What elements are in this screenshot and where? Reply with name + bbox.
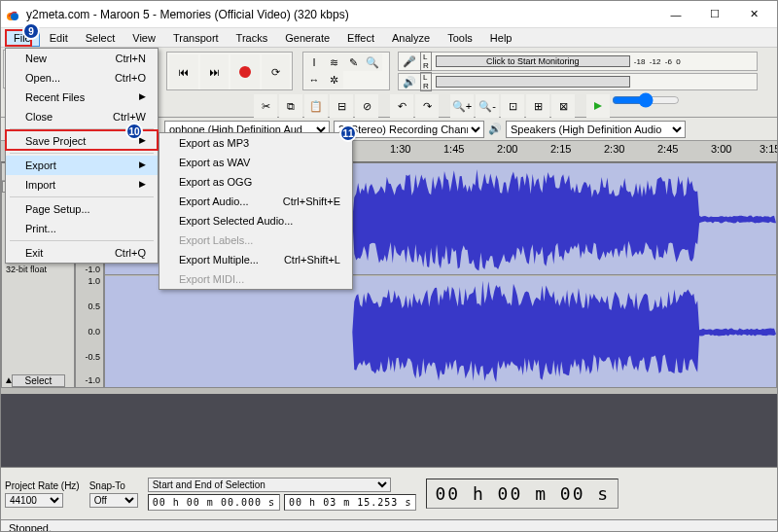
- speaker-icon: 🔊: [403, 76, 416, 89]
- play-at-speed-icon[interactable]: [586, 94, 610, 118]
- track-format: 32-bit float: [2, 263, 74, 276]
- copy-icon[interactable]: ⧉: [279, 94, 302, 118]
- redo-icon[interactable]: ↷: [415, 94, 439, 118]
- svg-point-6: [239, 66, 251, 78]
- skip-start-button[interactable]: ⏮: [169, 54, 198, 89]
- minimize-button[interactable]: —: [656, 2, 695, 27]
- file-menu-item[interactable]: Export▶: [6, 156, 158, 175]
- project-rate-select[interactable]: 44100: [5, 493, 63, 508]
- project-rate-label: Project Rate (Hz): [5, 480, 80, 491]
- selection-end-time[interactable]: 00 h 03 m 15.253 s: [284, 494, 416, 511]
- zoom-toggle-icon[interactable]: ⊠: [551, 94, 575, 118]
- export-submenu-item: Export MIDI...: [159, 269, 352, 289]
- menu-edit[interactable]: Edit: [42, 30, 76, 46]
- playback-device-select[interactable]: Speakers (High Definition Audio: [506, 121, 686, 138]
- export-submenu-item[interactable]: Export Selected Audio...: [159, 211, 352, 231]
- file-menu-item[interactable]: Import▶: [6, 175, 158, 195]
- recording-meter[interactable]: Click to Start Monitoring: [436, 55, 630, 67]
- selection-toolbar: Project Rate (Hz) 44100 Snap-To Off Star…: [1, 467, 777, 519]
- selection-start-time[interactable]: 00 h 00 m 00.000 s: [148, 494, 280, 511]
- menu-select[interactable]: Select: [78, 30, 124, 46]
- export-submenu-item[interactable]: Export as OGG: [159, 172, 352, 192]
- menu-tracks[interactable]: Tracks: [229, 30, 276, 46]
- draw-tool-icon[interactable]: ✎: [343, 53, 363, 71]
- undo-icon[interactable]: ↶: [390, 94, 413, 118]
- envelope-tool-icon[interactable]: ≋: [324, 53, 343, 71]
- callout-marker-11: 11: [339, 124, 357, 142]
- export-submenu-item[interactable]: Export Multiple...Ctrl+Shift+L: [159, 250, 352, 269]
- file-menu-item[interactable]: Recent Files▶: [6, 88, 158, 107]
- file-menu-item[interactable]: NewCtrl+N: [6, 49, 158, 68]
- speaker-device-icon: 🔊: [488, 123, 502, 135]
- meter-ticks: -18 -12 -6 0: [634, 57, 681, 66]
- status-bar: Stopped.: [1, 519, 777, 532]
- trim-icon[interactable]: ⊟: [330, 94, 353, 118]
- file-menu-item[interactable]: Open...Ctrl+O: [6, 68, 158, 88]
- menu-effect[interactable]: Effect: [339, 30, 382, 46]
- svg-marker-7: [594, 102, 602, 110]
- export-submenu: Export as MP3Export as WAVExport as OGGE…: [159, 132, 353, 290]
- menu-transport[interactable]: Transport: [165, 30, 227, 46]
- file-menu-dropdown: NewCtrl+NOpen...Ctrl+ORecent Files▶Close…: [5, 48, 159, 264]
- callout-marker-9: 9: [22, 22, 40, 40]
- export-submenu-item: Export Labels...: [159, 231, 352, 250]
- export-submenu-item[interactable]: Export as MP3: [159, 133, 352, 153]
- zoom-in-icon[interactable]: 🔍+: [450, 94, 474, 118]
- loop-button[interactable]: ⟳: [262, 54, 291, 89]
- file-menu-item[interactable]: ExitCtrl+Q: [6, 243, 158, 263]
- file-menu-item[interactable]: Page Setup...: [6, 199, 158, 219]
- waveform-right: [105, 276, 776, 388]
- skip-end-button[interactable]: ⏭: [200, 54, 230, 89]
- record-button[interactable]: [230, 54, 260, 89]
- fit-selection-icon[interactable]: ⊡: [501, 94, 524, 118]
- zoom-tool-icon[interactable]: 🔍: [363, 53, 382, 71]
- app-icon: [5, 7, 20, 22]
- cut-icon[interactable]: ✂: [254, 94, 277, 118]
- paste-icon[interactable]: 📋: [304, 94, 328, 118]
- maximize-button[interactable]: ☐: [695, 2, 734, 27]
- mic-icon: 🎤: [403, 55, 416, 68]
- menu-generate[interactable]: Generate: [277, 30, 337, 46]
- file-menu-item[interactable]: Print...: [6, 219, 158, 238]
- multi-tool-icon[interactable]: ✲: [324, 71, 343, 89]
- callout-marker-10: 10: [125, 123, 143, 140]
- menu-tools[interactable]: Tools: [440, 30, 480, 46]
- track-select-button[interactable]: Select: [12, 374, 65, 387]
- audio-position-time[interactable]: 00 h 00 m 00 s: [426, 479, 619, 509]
- playback-speed-slider[interactable]: [612, 94, 680, 106]
- titlebar: y2meta.com - Maroon 5 - Memories (Offici…: [1, 1, 777, 28]
- snap-to-select[interactable]: Off: [89, 493, 138, 508]
- playback-meter[interactable]: [436, 76, 630, 88]
- snap-to-label: Snap-To: [89, 480, 138, 491]
- selection-tool-icon[interactable]: I: [304, 53, 324, 71]
- window-title: y2meta.com - Maroon 5 - Memories (Offici…: [26, 8, 656, 21]
- menu-analyze[interactable]: Analyze: [384, 30, 438, 46]
- menubar: File Edit Select View Transport Tracks G…: [1, 28, 777, 48]
- zoom-out-icon[interactable]: 🔍-: [476, 94, 499, 118]
- selection-mode-select[interactable]: Start and End of Selection: [148, 478, 391, 492]
- timeshift-tool-icon[interactable]: ↔: [304, 71, 324, 89]
- export-submenu-item[interactable]: Export as WAV: [159, 153, 352, 172]
- close-button[interactable]: ✕: [734, 2, 773, 27]
- export-submenu-item[interactable]: Export Audio...Ctrl+Shift+E: [159, 192, 352, 211]
- empty-track-area: [1, 394, 777, 467]
- menu-help[interactable]: Help: [482, 30, 520, 46]
- menu-view[interactable]: View: [124, 30, 163, 46]
- silence-icon[interactable]: ⊘: [355, 94, 378, 118]
- fit-project-icon[interactable]: ⊞: [526, 94, 549, 118]
